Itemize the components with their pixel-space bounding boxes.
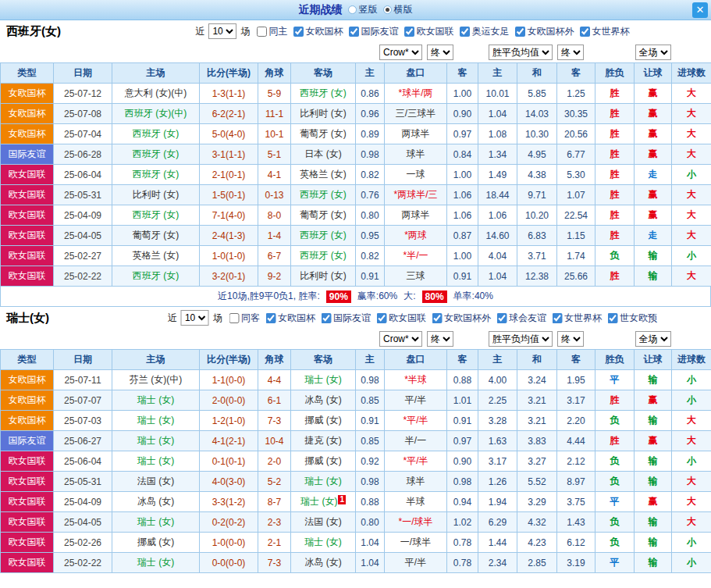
corner-cell: 10-1 [258,124,291,144]
match-row: 女欧国杯25-07-12意大利 (女)(中)1-3(1-1)5-9西班牙 (女)… [1,84,711,104]
goals-cell: 大 [672,84,711,104]
checkbox-input[interactable] [608,313,618,323]
checkbox-input[interactable] [460,27,470,37]
asia-time-select[interactable]: 终 [427,45,453,60]
euro-draw-odds-cell: 6.83 [517,226,557,246]
corner-cell: 5-1 [258,144,291,165]
column-header: 主 [478,63,517,84]
asia-away-odds-cell: 0.84 [447,144,478,165]
filter-checkbox[interactable]: 同主 [257,25,287,38]
europe-time-select[interactable]: 终 [557,45,584,60]
match-row: 欧女国联25-04-09冰岛 (女)3-3(1-2)8-7瑞士 (女)10.88… [1,492,711,512]
bookmaker-select[interactable]: Crow* [379,331,422,347]
checkbox-input[interactable] [349,27,359,37]
filter-checkbox[interactable]: 欧女国联 [404,25,453,38]
column-header: 角球 [258,63,291,84]
filter-checkbox[interactable]: 国际友谊 [349,25,398,38]
euro-draw-odds-cell: 14.03 [517,104,557,124]
europe-average-select[interactable]: 胜平负均值 [489,45,553,60]
checkbox-input[interactable] [322,313,332,323]
home-team-cell: 瑞士 (女) [112,553,200,573]
filter-checkbox[interactable]: 女世界杯 [580,25,629,38]
date-cell: 25-06-27 [54,431,112,451]
euro-draw-odds-cell: 4.23 [517,533,557,553]
home-team-cell: 西班牙 (女) [112,124,200,144]
checkbox-label: 国际友谊 [361,25,398,38]
checkbox-input[interactable] [377,313,387,323]
europe-time-select[interactable]: 终 [557,331,584,347]
bookmaker-select[interactable]: Crow* [379,45,422,60]
checkbox-input[interactable] [229,313,240,323]
checkbox-input[interactable] [404,27,414,37]
layout-radio-vertical[interactable]: 竖版 [348,3,378,16]
match-row: 女欧国杯25-07-11芬兰 (女)(中)1-1(0-0)4-4瑞士 (女)0.… [1,370,711,390]
corner-cell: 7-3 [258,553,291,573]
euro-away-odds-cell: 1.15 [557,226,595,246]
filter-checkbox[interactable]: 女欧国杯外 [515,25,574,38]
euro-home-odds-cell: 1.26 [478,472,517,492]
checkbox-input[interactable] [515,27,525,37]
layout-radio-horizontal[interactable]: 横版 [383,3,413,16]
close-icon[interactable]: ✕ [692,2,708,18]
checkbox-label: 女欧国杯 [305,25,343,38]
date-cell: 25-04-05 [54,512,112,533]
handicap-result-cell: 走 [635,226,672,246]
filter-checkbox[interactable]: 国际友谊 [322,312,371,325]
handicap-result-cell: 赢 [635,144,672,165]
matches-table: 类型日期主场比分(半场)角球客场主盘口客主和客胜负让球进球数 女欧国杯25-07… [0,62,711,287]
checkbox-input[interactable] [266,313,276,323]
asia-time-select[interactable]: 终 [427,331,453,347]
home-team-cell: 芬兰 (女)(中) [112,370,200,390]
matches-table: 类型日期主场比分(半场)角球客场主盘口客主和客胜负让球进球数 女欧国杯25-07… [0,349,711,573]
corner-cell: 6-1 [258,390,291,411]
section-title: 瑞士(女) [6,311,49,326]
checkbox-input[interactable] [580,27,590,37]
checkbox-input[interactable] [553,313,563,323]
filter-checkbox[interactable]: 女欧国杯 [266,312,315,325]
goals-cell: 大 [672,266,711,287]
date-cell: 25-04-05 [54,226,112,246]
home-team-cell: 葡萄牙 (女) [112,226,200,246]
goals-cell: 大 [672,185,711,205]
home-team-cell: 西班牙 (女)(中) [112,104,200,124]
result-cell: 负 [595,246,635,266]
scope-select[interactable]: 全场 [635,331,671,347]
handicap-result-cell: 输 [635,553,672,573]
near-label: 近 [168,312,177,325]
euro-home-odds-cell: 1.06 [478,205,517,226]
away-team-cell: 比利时 (女) [291,266,356,287]
euro-draw-odds-cell: 3.27 [517,451,557,472]
scope-select[interactable]: 全场 [635,45,671,60]
recent-count-select[interactable]: 10 [208,23,236,39]
europe-average-select[interactable]: 胜平负均值 [489,331,553,347]
column-header: 主 [356,350,385,370]
asia-home-odds-cell: 0.80 [356,205,385,226]
filter-checkbox[interactable]: 奥运女足 [460,25,509,38]
filter-checkbox[interactable]: 世女欧预 [608,312,657,325]
euro-away-odds-cell: 3.19 [557,553,595,573]
goals-cell: 小 [672,390,711,411]
date-cell: 25-04-09 [54,205,112,226]
match-row: 欧女国联25-04-05瑞士 (女)0-2(0-2)2-3法国 (女)0.80*… [1,512,711,533]
checkbox-input[interactable] [293,27,304,37]
filter-checkbox[interactable]: 同客 [229,312,260,325]
asia-away-odds-cell: 0.88 [447,370,478,390]
filter-checkbox[interactable]: 欧女国联 [377,312,426,325]
result-cell: 胜 [595,431,635,451]
handicap-cell: 三/三球半 [385,104,447,124]
match-row: 国际友谊25-06-28西班牙 (女)3-1(1-1)5-1日本 (女)0.98… [1,144,711,165]
asia-away-odds-cell: 0.78 [447,553,478,573]
column-header: 和 [517,350,557,370]
checkbox-input[interactable] [497,313,507,323]
filter-checkbox[interactable]: 女欧国杯外 [432,312,491,325]
filter-checkbox[interactable]: 女欧国杯 [293,25,343,38]
score-cell: 1-1(0-0) [200,370,258,390]
handicap-cell: *一/球半 [385,512,447,533]
recent-count-select[interactable]: 10 [181,310,209,326]
filter-checkbox[interactable]: 球会友谊 [497,312,546,325]
euro-away-odds-cell: 4.44 [557,431,595,451]
euro-draw-odds-cell: 4.32 [517,512,557,533]
checkbox-input[interactable] [432,313,443,323]
filter-checkbox[interactable]: 女世界杯 [553,312,602,325]
checkbox-input[interactable] [257,27,267,37]
